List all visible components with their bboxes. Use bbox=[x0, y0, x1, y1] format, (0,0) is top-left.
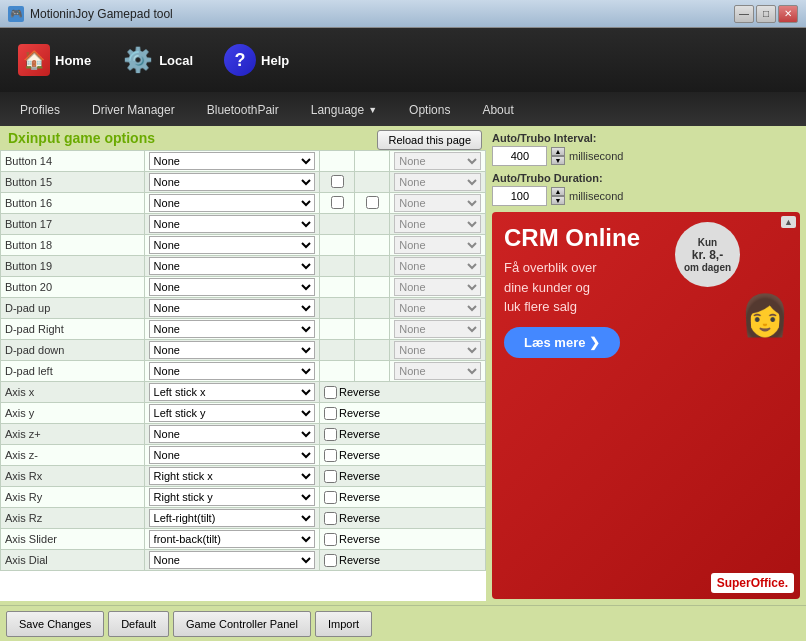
table-row: D-pad upNoneNone bbox=[1, 298, 486, 319]
duration-input[interactable] bbox=[492, 186, 547, 206]
mapping-select[interactable]: None bbox=[149, 152, 315, 170]
reverse-checkbox[interactable] bbox=[324, 407, 337, 420]
reverse-checkbox[interactable] bbox=[324, 449, 337, 462]
none-select[interactable]: None bbox=[394, 278, 481, 296]
mapping-select[interactable]: None bbox=[149, 446, 315, 464]
none-select[interactable]: None bbox=[394, 173, 481, 191]
default-button[interactable]: Default bbox=[108, 611, 169, 637]
reverse-cell: Reverse bbox=[320, 382, 486, 403]
language-arrow-icon: ▼ bbox=[368, 105, 377, 115]
duration-spin-up[interactable]: ▲ bbox=[551, 187, 565, 196]
help-button[interactable]: ? Help bbox=[216, 40, 297, 80]
mapping-select[interactable]: Left-right(tilt) bbox=[149, 509, 315, 527]
mapping-select[interactable]: front-back(tilt) bbox=[149, 530, 315, 548]
row-label: Axis z- bbox=[1, 445, 145, 466]
mapping-select[interactable]: None bbox=[149, 299, 315, 317]
none-select[interactable]: None bbox=[394, 152, 481, 170]
mapping-select-cell: Left stick y bbox=[144, 403, 319, 424]
nav-profiles[interactable]: Profiles bbox=[4, 92, 76, 126]
none-select[interactable]: None bbox=[394, 299, 481, 317]
local-button[interactable]: ⚙️ Local bbox=[114, 40, 201, 80]
close-button[interactable]: ✕ bbox=[778, 5, 798, 23]
mapping-select[interactable]: None bbox=[149, 362, 315, 380]
checkbox1[interactable] bbox=[331, 175, 344, 188]
mapping-select[interactable]: Left stick y bbox=[149, 404, 315, 422]
reverse-checkbox[interactable] bbox=[324, 554, 337, 567]
mapping-select-cell: Left-right(tilt) bbox=[144, 508, 319, 529]
none-select[interactable]: None bbox=[394, 215, 481, 233]
checkbox2[interactable] bbox=[366, 196, 379, 209]
checkbox2-cell bbox=[355, 151, 390, 172]
reverse-checkbox[interactable] bbox=[324, 533, 337, 546]
ad-adv-label: ▲ bbox=[781, 216, 796, 228]
ad-cta-button[interactable]: Læs mere ❯ bbox=[504, 327, 620, 358]
options-table-container[interactable]: Button 14NoneNoneButton 15NoneNoneButton… bbox=[0, 150, 486, 601]
mapping-select[interactable]: None bbox=[149, 194, 315, 212]
reverse-checkbox[interactable] bbox=[324, 470, 337, 483]
table-row: Button 15NoneNone bbox=[1, 172, 486, 193]
reverse-checkbox[interactable] bbox=[324, 491, 337, 504]
right-panel: Auto/Trubo Interval: ▲ ▼ millisecond Aut… bbox=[486, 126, 806, 605]
table-row: Button 18NoneNone bbox=[1, 235, 486, 256]
nav-language[interactable]: Language ▼ bbox=[295, 92, 393, 126]
main-content: Dxinput game options Reload this page Bu… bbox=[0, 126, 806, 605]
interval-unit: millisecond bbox=[569, 150, 623, 162]
ad-character: 👩 bbox=[740, 292, 790, 339]
ad-price-badge: Kun kr. 8,- om dagen bbox=[675, 222, 740, 287]
nav-about[interactable]: About bbox=[466, 92, 529, 126]
row-label: Axis z+ bbox=[1, 424, 145, 445]
mapping-select[interactable]: None bbox=[149, 425, 315, 443]
reverse-checkbox[interactable] bbox=[324, 512, 337, 525]
mapping-select[interactable]: None bbox=[149, 236, 315, 254]
save-changes-button[interactable]: Save Changes bbox=[6, 611, 104, 637]
none-select[interactable]: None bbox=[394, 194, 481, 212]
reverse-checkbox[interactable] bbox=[324, 386, 337, 399]
interval-input[interactable] bbox=[492, 146, 547, 166]
none-select[interactable]: None bbox=[394, 362, 481, 380]
bottom-bar: Save Changes Default Game Controller Pan… bbox=[0, 605, 806, 641]
nav-bluetooth[interactable]: BluetoothPair bbox=[191, 92, 295, 126]
none-select[interactable]: None bbox=[394, 236, 481, 254]
nav-options[interactable]: Options bbox=[393, 92, 466, 126]
mapping-select[interactable]: None bbox=[149, 320, 315, 338]
reverse-label: Reverse bbox=[324, 449, 481, 462]
checkbox1-cell bbox=[320, 256, 355, 277]
checkbox2-cell bbox=[355, 172, 390, 193]
reload-button[interactable]: Reload this page bbox=[377, 130, 482, 150]
none-select[interactable]: None bbox=[394, 257, 481, 275]
checkbox2-cell bbox=[355, 214, 390, 235]
table-row: Button 17NoneNone bbox=[1, 214, 486, 235]
ad-banner: ▲ CRM Online Få overblik over dine kunde… bbox=[492, 212, 800, 599]
maximize-button[interactable]: □ bbox=[756, 5, 776, 23]
none-select[interactable]: None bbox=[394, 341, 481, 359]
nav-driver-manager[interactable]: Driver Manager bbox=[76, 92, 191, 126]
mapping-select[interactable]: None bbox=[149, 173, 315, 191]
mapping-select-cell: None bbox=[144, 235, 319, 256]
mapping-select[interactable]: None bbox=[149, 278, 315, 296]
home-button[interactable]: 🏠 Home bbox=[10, 40, 99, 80]
auto-trubo-interval: Auto/Trubo Interval: ▲ ▼ millisecond bbox=[492, 132, 800, 166]
mapping-select[interactable]: Left stick x bbox=[149, 383, 315, 401]
minimize-button[interactable]: — bbox=[734, 5, 754, 23]
mapping-select[interactable]: Right stick y bbox=[149, 488, 315, 506]
import-button[interactable]: Import bbox=[315, 611, 372, 637]
row-label: Button 16 bbox=[1, 193, 145, 214]
mapping-select[interactable]: None bbox=[149, 215, 315, 233]
mapping-select[interactable]: Right stick x bbox=[149, 467, 315, 485]
home-label: Home bbox=[55, 53, 91, 68]
interval-spin-up[interactable]: ▲ bbox=[551, 147, 565, 156]
duration-spin-down[interactable]: ▼ bbox=[551, 196, 565, 205]
checkbox1[interactable] bbox=[331, 196, 344, 209]
reverse-checkbox[interactable] bbox=[324, 428, 337, 441]
mapping-select[interactable]: None bbox=[149, 551, 315, 569]
row-label: Button 17 bbox=[1, 214, 145, 235]
game-controller-button[interactable]: Game Controller Panel bbox=[173, 611, 311, 637]
window-controls: — □ ✕ bbox=[734, 5, 798, 23]
reverse-label: Reverse bbox=[324, 533, 481, 546]
checkbox1-cell bbox=[320, 340, 355, 361]
mapping-select[interactable]: None bbox=[149, 257, 315, 275]
mapping-select[interactable]: None bbox=[149, 341, 315, 359]
duration-input-row: ▲ ▼ millisecond bbox=[492, 186, 800, 206]
none-select[interactable]: None bbox=[394, 320, 481, 338]
interval-spin-down[interactable]: ▼ bbox=[551, 156, 565, 165]
